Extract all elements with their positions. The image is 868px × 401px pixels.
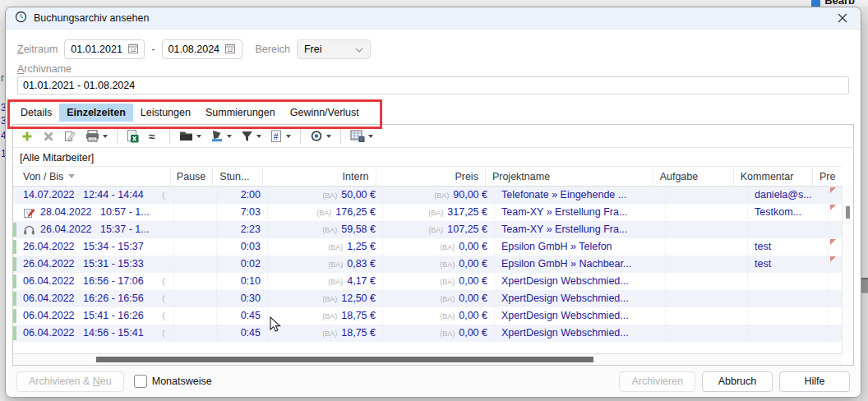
tab-einzelzeiten[interactable]: Einzelzeiten	[59, 104, 133, 122]
horizontal-scrollbar-thumb[interactable]	[96, 357, 593, 362]
kommentar-cell[interactable]	[748, 273, 829, 290]
preis-cell[interactable]: (BA)0,00 €	[383, 256, 495, 273]
intern-cell[interactable]: (BA)18,75 €	[268, 307, 383, 325]
date-to-input[interactable]: 01.08.2024 12	[162, 39, 242, 59]
column-header-kommentar[interactable]: Kommentar	[734, 167, 813, 186]
view-button[interactable]	[308, 128, 333, 144]
dialog-titlebar[interactable]: Buchungsarchiv ansehen	[6, 7, 861, 30]
preis-cell[interactable]: (BA)0,00 €	[383, 307, 495, 325]
projektname-cell[interactable]: Team-XY » Erstellung Fra...	[495, 221, 666, 238]
table-row[interactable]: 06.04.2022 14:56 - 15:41 ( 0:45 (BA)18,7…	[13, 325, 842, 342]
projektname-cell[interactable]: XpertDesign Webschmied...	[495, 290, 666, 307]
intern-cell[interactable]: (BA)176,25 €	[268, 204, 383, 221]
date-from-input[interactable]: 01.01.2021 12	[64, 39, 145, 59]
stunden-cell[interactable]: 0:02	[217, 256, 268, 273]
aufgabe-cell[interactable]	[666, 307, 748, 325]
table-row[interactable]: 26.04.2022 15:37 - 1... 2:23 (BA)59,58 €…	[13, 221, 842, 238]
dropdown-arrow-icon[interactable]	[326, 135, 331, 138]
kommentar-cell[interactable]: test	[748, 256, 829, 273]
kommentar-cell[interactable]: test	[748, 238, 829, 256]
tab-summierungen[interactable]: Summierungen	[198, 104, 283, 122]
pause-cell[interactable]	[174, 307, 217, 325]
table-row[interactable]: 28.04.2022 10:57 - 1... 7:03 (BA)176,25 …	[13, 204, 842, 221]
pre-cell[interactable]	[829, 221, 842, 238]
kommentar-cell[interactable]	[748, 325, 829, 342]
preis-cell[interactable]: (BA)90,00 €	[383, 187, 495, 204]
monatsweise-checkbox[interactable]: Monatsweise	[134, 375, 212, 388]
aufgabe-cell[interactable]	[666, 204, 748, 221]
preis-cell[interactable]: (BA)0,00 €	[383, 238, 495, 256]
column-header-intern[interactable]: Intern	[263, 167, 376, 186]
table-row[interactable]: 14.07.2022 12:44 - 14:44 ( 2:00 (BA)50,0…	[13, 187, 842, 204]
aufgabe-cell[interactable]	[666, 325, 748, 342]
number-sign-button[interactable]: #	[269, 128, 293, 145]
dropdown-arrow-icon[interactable]	[368, 135, 373, 138]
pause-cell[interactable]	[174, 273, 217, 290]
archive-and-new-button[interactable]: Archivieren & Neu	[16, 371, 124, 392]
aufgabe-cell[interactable]	[666, 221, 748, 238]
kommentar-cell[interactable]	[748, 290, 829, 307]
delete-button[interactable]	[41, 129, 56, 144]
stunden-cell[interactable]: 7:03	[217, 204, 268, 221]
dropdown-arrow-icon[interactable]	[256, 135, 261, 138]
pre-cell[interactable]	[829, 187, 842, 204]
stunden-cell[interactable]: 0:45	[217, 325, 268, 342]
column-header-stun-[interactable]: Stun...	[213, 167, 263, 186]
dropdown-arrow-icon[interactable]	[103, 135, 108, 138]
stunden-cell[interactable]: 0:30	[217, 290, 268, 307]
vertical-scrollbar[interactable]	[842, 185, 853, 353]
filter-button[interactable]	[239, 129, 263, 144]
print-button[interactable]	[84, 128, 109, 144]
pause-cell[interactable]	[174, 290, 217, 307]
highlight-button[interactable]	[209, 128, 233, 144]
intern-cell[interactable]: (BA)59,58 €	[268, 221, 383, 238]
intern-cell[interactable]: (BA)50,00 €	[268, 187, 383, 204]
intern-cell[interactable]: (BA)0,83 €	[268, 256, 383, 273]
projektname-cell[interactable]: Telefonate » Eingehende ...	[495, 187, 666, 204]
column-header-pre[interactable]: Pre	[813, 167, 842, 186]
excel-export-button[interactable]	[125, 128, 141, 145]
help-button[interactable]: Hilfe	[779, 371, 850, 392]
kommentar-cell[interactable]	[748, 307, 829, 325]
table-save-button[interactable]	[349, 128, 375, 144]
aufgabe-cell[interactable]	[666, 187, 748, 204]
stunden-cell[interactable]: 0:10	[217, 273, 268, 290]
intern-cell[interactable]: (BA)4,17 €	[268, 273, 383, 290]
preis-cell[interactable]: (BA)107,25 €	[383, 221, 495, 238]
column-header-projektname[interactable]: Projektname	[486, 167, 653, 186]
stunden-cell[interactable]: 0:45	[217, 307, 268, 325]
close-button[interactable]	[833, 10, 852, 26]
intern-cell[interactable]: (BA)1,25 €	[268, 238, 383, 256]
pre-cell[interactable]	[829, 204, 842, 221]
cancel-button[interactable]: Abbruch	[702, 371, 773, 392]
table-row[interactable]: 06.04.2022 16:56 - 17:06 ( 0:10 (BA)4,17…	[13, 273, 842, 290]
tab-details[interactable]: Details	[13, 104, 59, 122]
pre-cell[interactable]	[829, 325, 842, 342]
dropdown-arrow-icon[interactable]	[196, 135, 201, 138]
aufgabe-cell[interactable]	[666, 238, 748, 256]
pre-cell[interactable]	[829, 256, 842, 273]
bereich-select[interactable]: Frei	[297, 39, 371, 59]
kommentar-cell[interactable]: daniela@s...	[748, 187, 829, 204]
table-row[interactable]: 26.04.2022 15:34 - 15:37 0:03 (BA)1,25 €…	[13, 238, 842, 256]
pre-cell[interactable]	[829, 273, 842, 290]
calendar-icon[interactable]: 12	[224, 43, 236, 57]
preis-cell[interactable]: (BA)0,00 €	[383, 273, 495, 290]
pause-cell[interactable]	[174, 204, 217, 221]
stunden-cell[interactable]: 2:00	[217, 187, 268, 204]
edit-button[interactable]	[62, 128, 78, 145]
aufgabe-cell[interactable]	[666, 290, 748, 307]
projektname-cell[interactable]: XpertDesign Webschmied...	[495, 325, 666, 342]
stunden-cell[interactable]: 2:23	[217, 221, 268, 238]
intern-cell[interactable]: (BA)12,50 €	[268, 290, 383, 307]
preis-cell[interactable]: (BA)317,25 €	[383, 204, 495, 221]
pause-cell[interactable]	[174, 256, 217, 273]
pause-cell[interactable]	[174, 221, 217, 238]
pause-cell[interactable]	[174, 238, 217, 256]
table-row[interactable]: 06.04.2022 16:26 - 16:56 ( 0:30 (BA)12,5…	[13, 290, 842, 307]
calendar-icon[interactable]: 12	[127, 43, 139, 57]
stunden-cell[interactable]: 0:03	[217, 238, 268, 256]
column-header-pause[interactable]: Pause	[171, 167, 213, 186]
dropdown-arrow-icon[interactable]	[227, 135, 232, 138]
checkbox-box[interactable]	[134, 375, 147, 388]
